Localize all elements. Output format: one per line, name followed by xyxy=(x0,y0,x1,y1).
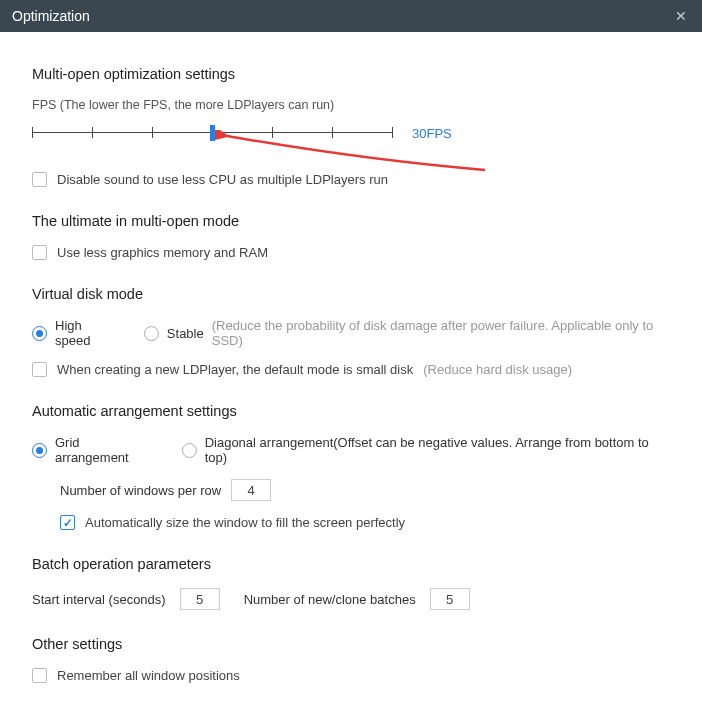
slider-tick xyxy=(32,127,33,138)
slider-tick xyxy=(272,127,273,138)
num-windows-input[interactable] xyxy=(231,479,271,501)
section-multi-open: Multi-open optimization settings FPS (Th… xyxy=(32,66,670,187)
disable-sound-checkbox[interactable] xyxy=(32,172,47,187)
less-memory-label: Use less graphics memory and RAM xyxy=(57,245,268,260)
remember-positions-label: Remember all window positions xyxy=(57,668,240,683)
auto-size-label: Automatically size the window to fill th… xyxy=(85,515,405,530)
close-icon[interactable]: ✕ xyxy=(672,7,690,25)
auto-size-checkbox[interactable] xyxy=(60,515,75,530)
slider-thumb[interactable] xyxy=(210,125,215,141)
start-interval-input[interactable] xyxy=(180,588,220,610)
slider-tick xyxy=(92,127,93,138)
disable-sound-label: Disable sound to use less CPU as multipl… xyxy=(57,172,388,187)
remember-positions-checkbox[interactable] xyxy=(32,668,47,683)
diagonal-label: Diagonal arrangement(Offset can be negat… xyxy=(205,435,670,465)
slider-tick xyxy=(392,127,393,138)
grid-radio[interactable] xyxy=(32,443,47,458)
section-heading: Automatic arrangement settings xyxy=(32,403,670,419)
stable-radio[interactable] xyxy=(144,326,159,341)
fps-description: FPS (The lower the FPS, the more LDPlaye… xyxy=(32,98,670,112)
section-arrangement: Automatic arrangement settings Grid arra… xyxy=(32,403,670,530)
less-memory-checkbox[interactable] xyxy=(32,245,47,260)
batches-label: Number of new/clone batches xyxy=(244,592,416,607)
num-windows-label: Number of windows per row xyxy=(60,483,221,498)
section-heading: Batch operation parameters xyxy=(32,556,670,572)
high-speed-radio[interactable] xyxy=(32,326,47,341)
grid-label: Grid arrangement xyxy=(55,435,156,465)
high-speed-label: High speed xyxy=(55,318,118,348)
small-disk-hint: (Reduce hard disk usage) xyxy=(423,362,572,377)
section-virtual-disk: Virtual disk mode High speed Stable (Red… xyxy=(32,286,670,377)
section-heading: Virtual disk mode xyxy=(32,286,670,302)
start-interval-label: Start interval (seconds) xyxy=(32,592,166,607)
diagonal-radio[interactable] xyxy=(182,443,197,458)
section-ultimate: The ultimate in multi-open mode Use less… xyxy=(32,213,670,260)
stable-label: Stable xyxy=(167,326,204,341)
section-other: Other settings Remember all window posit… xyxy=(32,636,670,683)
section-heading: Multi-open optimization settings xyxy=(32,66,670,82)
slider-tick xyxy=(332,127,333,138)
batches-input[interactable] xyxy=(430,588,470,610)
window-title: Optimization xyxy=(12,8,90,24)
content-area: Multi-open optimization settings FPS (Th… xyxy=(0,32,702,703)
titlebar: Optimization ✕ xyxy=(0,0,702,32)
section-heading: The ultimate in multi-open mode xyxy=(32,213,670,229)
stable-hint: (Reduce the probability of disk damage a… xyxy=(212,318,670,348)
fps-value-label: 30FPS xyxy=(412,126,452,141)
slider-tick xyxy=(152,127,153,138)
fps-slider[interactable] xyxy=(32,124,392,142)
small-disk-checkbox[interactable] xyxy=(32,362,47,377)
section-heading: Other settings xyxy=(32,636,670,652)
section-batch: Batch operation parameters Start interva… xyxy=(32,556,670,610)
small-disk-label: When creating a new LDPlayer, the defaul… xyxy=(57,362,413,377)
